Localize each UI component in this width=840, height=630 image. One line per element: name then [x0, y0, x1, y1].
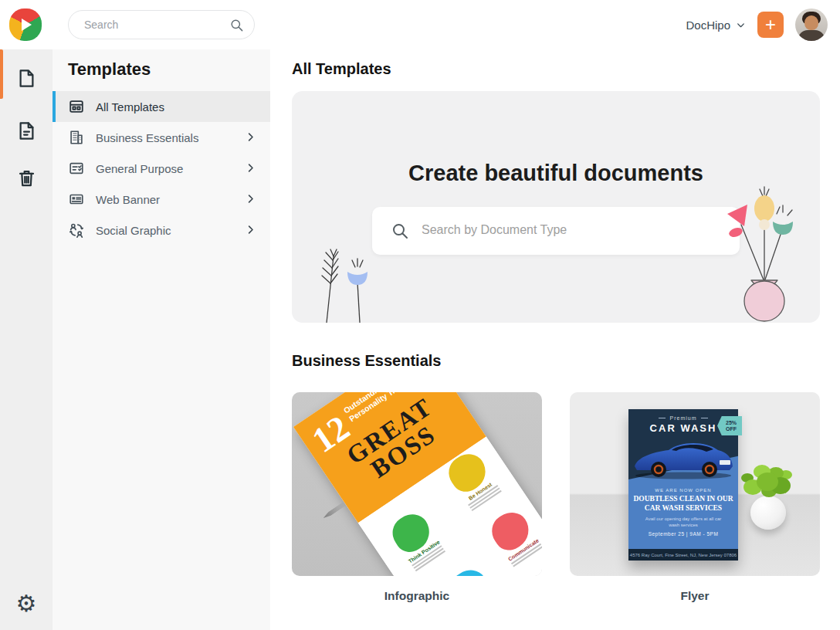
sidebar-item-web-banner[interactable]: Web Banner [52, 184, 270, 215]
trash-icon [16, 168, 37, 188]
flyer-footer: 4576 Ray Court, Fine Street, NJ, New Jer… [628, 549, 738, 561]
flyer-text-block: WE ARE NOW OPEN DOUBTLESS CLEAN IN OUR C… [633, 488, 733, 537]
avatar-body [798, 30, 825, 41]
icon-rail: ⚙ [0, 49, 52, 630]
checklist-document-icon [68, 160, 85, 177]
rail-item-trash[interactable] [11, 162, 42, 193]
trait-blob-cyan [444, 564, 495, 576]
flyer-line3: Avail our opening day offers at all car … [643, 516, 723, 528]
sidebar-item-label: General Purpose [96, 162, 183, 175]
document-type-search-input[interactable] [422, 208, 723, 252]
workspace-dropdown[interactable]: DocHipo [686, 19, 746, 32]
template-card-infographic[interactable]: 12 Outstanding Personality Traits of a G… [292, 392, 542, 576]
page-title: All Templates [292, 60, 391, 78]
discount-badge: 25% OFF [717, 416, 742, 435]
sidebar-item-label: All Templates [96, 100, 164, 113]
sidebar-heading: Templates [68, 59, 151, 80]
top-bar: DocHipo + [0, 0, 840, 49]
hero-decoration-right [726, 180, 803, 323]
trait-item: Think Positive [381, 504, 451, 575]
templates-sidebar: Templates All Templates [52, 49, 270, 630]
rail-item-settings[interactable]: ⚙ [11, 588, 42, 619]
dochipo-logo[interactable] [9, 8, 42, 41]
plant-foliage [757, 472, 778, 491]
create-new-button[interactable]: + [757, 12, 784, 38]
flyer-poster: Premium CAR WASH 25% OFF [628, 409, 738, 561]
flyer-line4: September 25 | 9AM - 5PM [633, 531, 733, 537]
template-card-flyer[interactable]: Premium CAR WASH 25% OFF [570, 392, 820, 576]
rail-item-templates[interactable] [11, 63, 42, 93]
search-icon [391, 222, 409, 240]
document-type-search [372, 207, 740, 255]
chevron-right-icon [245, 193, 256, 205]
card-label-flyer: Flyer [570, 589, 820, 603]
sidebar-item-social-graphic[interactable]: Social Graphic [52, 215, 270, 246]
sidebar-item-general-purpose[interactable]: General Purpose [52, 153, 270, 184]
app-window: DocHipo + [0, 0, 840, 630]
car-illustration [628, 434, 738, 482]
document-blank-icon [16, 68, 37, 89]
card-label-infographic: Infographic [292, 589, 542, 603]
plant-pot [750, 496, 786, 530]
chevron-right-icon [245, 131, 256, 143]
chevron-right-icon [245, 224, 256, 235]
infographic-poster: 12 Outstanding Personality Traits of a G… [293, 392, 542, 576]
section-title: Business Essentials [292, 352, 441, 370]
flyer-line2: DOUBTLESS CLEAN IN OUR CAR WASH SERVICES [633, 495, 733, 513]
flyer-line1: WE ARE NOW OPEN [633, 488, 733, 493]
hero-decoration-left [301, 224, 386, 323]
search-icon [229, 18, 244, 32]
hero-banner: Create beautiful documents [292, 91, 820, 323]
building-icon [68, 129, 85, 146]
rail-active-indicator [0, 49, 3, 99]
gear-icon: ⚙ [16, 592, 37, 615]
trait-item: Communicate [480, 503, 542, 571]
rail-item-documents[interactable] [11, 115, 42, 146]
global-search [68, 10, 255, 39]
sidebar-item-label: Business Essentials [96, 131, 198, 144]
global-search-input[interactable] [84, 12, 223, 38]
top-bar-actions: DocHipo + [686, 0, 828, 49]
sidebar-list: All Templates Business Essentials [52, 91, 270, 246]
flyer-kicker: Premium [669, 415, 696, 421]
potted-plant [732, 459, 801, 544]
sidebar-item-label: Web Banner [96, 193, 160, 206]
workspace-label: DocHipo [686, 19, 730, 32]
main-content: All Templates Create beautiful documents [270, 49, 840, 630]
chevron-down-icon [736, 20, 746, 30]
avatar[interactable] [795, 8, 828, 41]
avatar-face [804, 15, 818, 30]
sidebar-item-all-templates[interactable]: All Templates [52, 91, 270, 122]
banner-layout-icon [68, 191, 85, 208]
flyer-address: 4576 Ray Court, Fine Street, NJ, New Jer… [630, 553, 737, 557]
document-lines-icon [16, 120, 37, 141]
sidebar-item-label: Social Graphic [96, 224, 171, 237]
people-network-icon [68, 222, 85, 239]
sidebar-item-business-essentials[interactable]: Business Essentials [52, 122, 270, 153]
grid-panel-icon [68, 98, 85, 115]
chevron-right-icon [245, 162, 256, 174]
